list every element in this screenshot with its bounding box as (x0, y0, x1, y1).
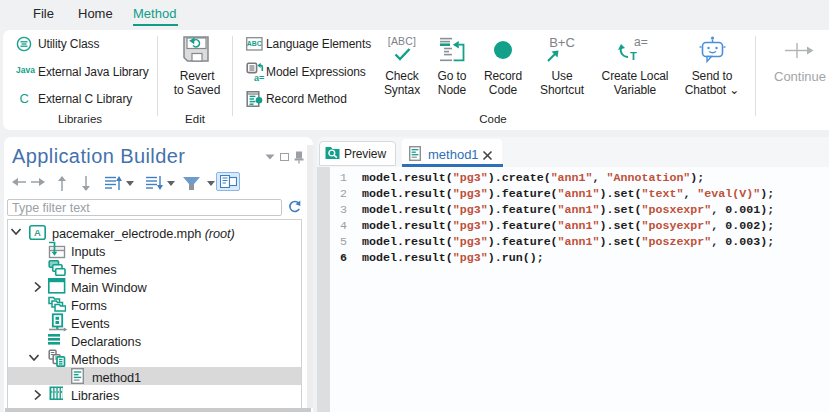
svg-text:ABC: ABC (247, 40, 262, 47)
svg-text:A: A (34, 227, 41, 238)
svg-text:T: T (630, 50, 637, 62)
svg-text:a=: a= (254, 73, 264, 82)
svg-text:a=: a= (634, 35, 648, 49)
